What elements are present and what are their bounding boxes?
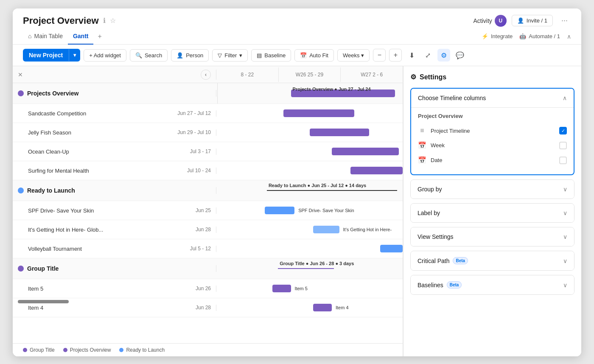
settings-section-header-group-by[interactable]: Group by ∨ (411, 180, 574, 199)
settings-title: Settings (420, 73, 446, 81)
automate-icon: 🤖 (519, 33, 526, 39)
settings-section-header-label-by[interactable]: Label by ∨ (411, 204, 574, 222)
zoom-in-button[interactable]: + (389, 49, 402, 62)
gantt-group-bar-label: Projects Overview ● Jun 27 - Jul 24 (293, 87, 371, 92)
search-icon: 🔍 (135, 52, 142, 59)
legend-label: Ready to Launch (126, 347, 165, 353)
speech-button[interactable]: 💬 (454, 49, 466, 62)
date-icon: 📅 (418, 156, 426, 164)
close-x-button[interactable]: ✕ (18, 71, 23, 78)
avatar: U (495, 15, 507, 27)
gantt-bar (265, 207, 294, 214)
bar-label: Item 5 (294, 286, 308, 291)
chevron-down-icon: ∨ (563, 233, 567, 240)
person-button[interactable]: 👤 Person (171, 49, 209, 62)
group-bar-projects-overview: Projects Overview ● Jun 27 - Jul 24 (216, 83, 403, 104)
settings-section-baselines: Baselines Beta ∨ (410, 275, 574, 295)
group-row-left: Group Title (13, 265, 216, 272)
header-left: Project Overview ℹ ☆ (23, 15, 116, 26)
legend-dot (23, 348, 27, 352)
row-left: Volleyball Tournament Jul 5 - 12 (13, 246, 216, 252)
timeline-option-label: Date (431, 157, 555, 163)
header: Project Overview ℹ ☆ Activity U 👤 Invite… (13, 8, 581, 27)
table-row: Surfing for Mental Health Jul 10 - 24 (13, 161, 403, 180)
legend-dot (119, 348, 123, 352)
tabs-right: ⚡ Integrate 🤖 Automate / 1 ∧ (482, 33, 571, 40)
gantt-underline (267, 190, 397, 191)
main-area: ✕ ‹ 8 - 22 W26 25 - 29 W27 2 - 6 Project… (13, 66, 581, 356)
auto-fit-button[interactable]: 📅 Auto Fit (294, 49, 334, 62)
group-dot-ready-to-launch (18, 188, 24, 193)
settings-section-header-choose-timeline[interactable]: Choose Timeline columns ∧ (411, 89, 574, 107)
home-icon: ⌂ (28, 33, 31, 39)
search-button[interactable]: 🔍 Search (130, 49, 168, 62)
collapse-button[interactable]: ∧ (567, 33, 571, 40)
page-title: Project Overview (23, 15, 99, 26)
gantt-time-col-2: W26 25 - 29 (279, 67, 341, 82)
gantt-bar (350, 167, 403, 174)
legend-label: Projects Overview (70, 347, 111, 353)
timeline-option-label: Week (431, 142, 555, 148)
group-label-projects-overview: Projects Overview (27, 90, 78, 97)
info-icon[interactable]: ℹ (103, 17, 106, 25)
gantt-underline-gt (278, 268, 334, 269)
integrate-button[interactable]: ⚡ Integrate (482, 33, 513, 39)
row-left: Item 5 Jun 26 (13, 286, 216, 292)
settings-section-header-view-settings[interactable]: View Settings ∨ (411, 227, 574, 246)
settings-section-view-settings: View Settings ∨ (410, 227, 574, 246)
gantt-bar (272, 285, 291, 292)
gantt-nav-left[interactable]: ‹ (201, 70, 211, 80)
filter-button[interactable]: ▽ Filter ▾ (212, 49, 248, 62)
section-title-group-by: Group by (417, 186, 442, 193)
checkbox-date[interactable] (559, 157, 567, 164)
export-button[interactable]: ⬇ (405, 49, 418, 62)
chevron-down-icon: ∨ (563, 186, 567, 193)
tab-main-table[interactable]: ⌂ Main Table (23, 28, 68, 45)
new-project-button[interactable]: New Project ▾ (23, 49, 80, 62)
table-row: Ocean Clean-Up Jul 3 - 17 (13, 142, 403, 161)
new-project-dropdown-arrow[interactable]: ▾ (69, 49, 80, 61)
invite-button[interactable]: 👤 Invite / 1 (512, 15, 553, 26)
group-row-ready-to-launch: Ready to Launch Ready to Launch ● Jun 25… (13, 180, 403, 201)
add-widget-button[interactable]: + Add widget (84, 49, 126, 62)
row-left: It's Getting Hot in Here- Glob... Jun 28 (13, 227, 216, 233)
row-right: SPF Drive- Save Your Skin (216, 201, 403, 220)
chevron-up-icon: ∧ (563, 95, 567, 101)
row-right (216, 239, 403, 258)
automate-button[interactable]: 🤖 Automate / 1 (519, 33, 560, 39)
checkbox-week[interactable] (559, 142, 567, 149)
row-right: Item 5 (216, 279, 403, 298)
section-title-critical-path: Critical Path (417, 258, 449, 264)
tab-add-button[interactable]: + (93, 29, 106, 44)
gantt-bar (313, 304, 332, 311)
gantt-bar (310, 129, 369, 136)
gantt-bar (283, 109, 354, 117)
tab-gantt[interactable]: Gantt (68, 28, 94, 45)
settings-section-header-critical-path[interactable]: Critical Path Beta ∨ (411, 251, 574, 270)
row-right (216, 161, 403, 180)
settings-section-header-baselines[interactable]: Baselines Beta ∨ (411, 275, 574, 294)
checkbox-project-timeline[interactable]: ✓ (559, 127, 567, 134)
gantt-header: ✕ ‹ 8 - 22 W26 25 - 29 W27 2 - 6 (13, 66, 403, 83)
star-icon[interactable]: ☆ (110, 17, 116, 25)
weeks-selector[interactable]: Weeks ▾ (337, 49, 370, 62)
activity-button[interactable]: Activity U (474, 15, 507, 27)
gantt-bar (313, 226, 339, 233)
row-left: Jelly Fish Season Jun 29 - Jul 10 (13, 129, 216, 136)
settings-header: ⚙ Settings (410, 73, 574, 81)
settings-button[interactable]: ⚙ (437, 49, 450, 62)
section-title-label-by: Label by (417, 210, 440, 216)
legend-label: Group Title (30, 347, 55, 353)
row-right: It's Getting Hot in Here- (216, 220, 403, 239)
gantt-left-header: ✕ ‹ (13, 70, 216, 80)
expand-button[interactable]: ⤢ (421, 49, 434, 62)
zoom-out-button[interactable]: − (373, 49, 386, 62)
gantt-area: ✕ ‹ 8 - 22 W26 25 - 29 W27 2 - 6 Project… (13, 66, 403, 356)
row-left: Sandcastle Competition Jun 27 - Jul 12 (13, 110, 216, 117)
timeline-option-label: Project Timeline (431, 128, 555, 134)
horizontal-scrollbar[interactable] (18, 300, 69, 303)
settings-panel: ⚙ Settings Choose Timeline columns ∧ Pro… (403, 66, 581, 356)
baseline-button[interactable]: ▤ Baseline (251, 49, 291, 62)
header-right: Activity U 👤 Invite / 1 ··· (474, 14, 572, 27)
more-button[interactable]: ··· (558, 14, 571, 27)
